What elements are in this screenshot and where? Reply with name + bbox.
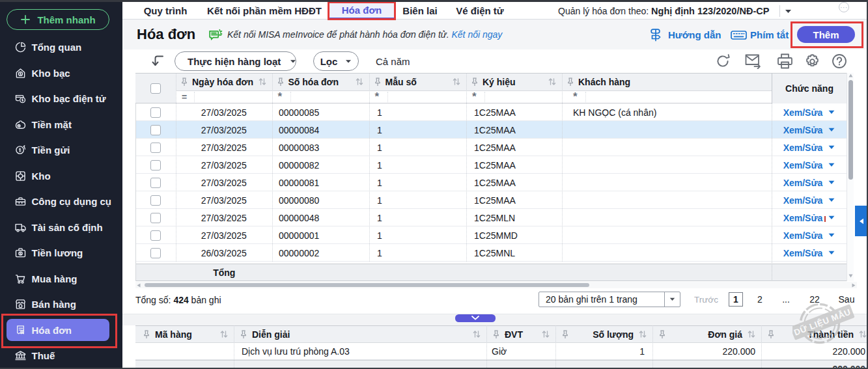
- svg-text:DỮ LIỆU MẪU: DỮ LIỆU MẪU: [792, 307, 852, 337]
